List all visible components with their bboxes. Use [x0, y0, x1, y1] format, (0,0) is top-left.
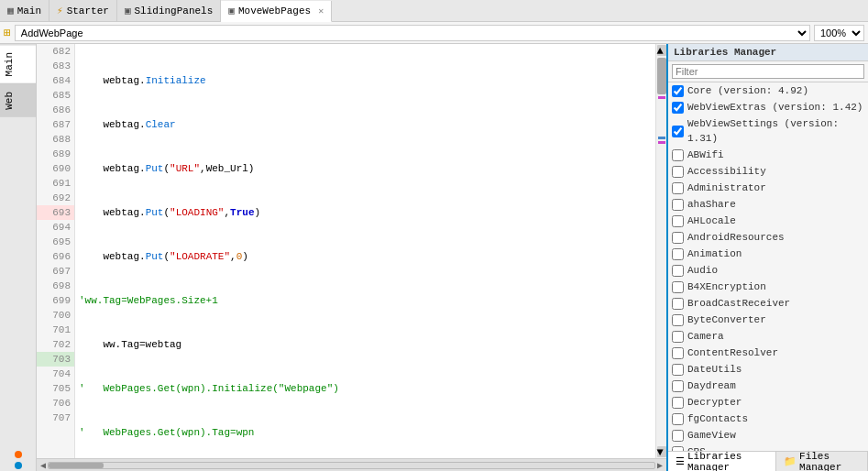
lib-checkbox-decrypter[interactable]	[672, 397, 684, 409]
libraries-panel: Libraries Manager Core (version: 4.92) W…	[666, 44, 868, 471]
lib-checkbox-webviewsettings[interactable]	[672, 126, 684, 137]
h-scroll-thumb[interactable]	[49, 463, 104, 468]
lib-label-ahashare: ahaShare	[687, 197, 736, 212]
lib-item-camera: Camera	[668, 328, 868, 345]
libraries-tab-icon: ☰	[676, 455, 685, 467]
libraries-panel-title: Libraries Manager	[668, 44, 868, 61]
lib-item-ahlocale: AHLocale	[668, 213, 868, 229]
lib-checkbox-broadcastreceiver[interactable]	[672, 298, 684, 310]
lib-checkbox-administrator[interactable]	[672, 182, 684, 194]
lib-item-androidresources: AndroidResources	[668, 229, 868, 246]
lib-label-gameview: GameView	[687, 428, 736, 443]
lib-checkbox-accessibility[interactable]	[672, 166, 684, 178]
lib-label-b4xencryption: B4XEncryption	[687, 279, 766, 294]
lib-label-webviewextras: WebViewExtras (version: 1.42)	[687, 100, 863, 115]
zoom-dropdown[interactable]: 100%	[814, 25, 864, 41]
lib-label-broadcastreceiver: BroadCastReceiver	[687, 296, 790, 311]
code-line-683: webtag.Clear	[79, 117, 652, 132]
lib-item-core: Core (version: 4.92)	[668, 82, 868, 99]
marker-3	[658, 141, 665, 144]
lib-label-webviewsettings: WebViewSettings (version: 1.31)	[687, 116, 864, 146]
slidingpanels-tab-icon: ▣	[125, 5, 131, 16]
lib-checkbox-contentresolver[interactable]	[672, 347, 684, 359]
close-tab-icon[interactable]: ✕	[318, 5, 324, 16]
lib-label-core: Core (version: 4.92)	[687, 83, 808, 98]
code-line-687: 'ww.Tag=WebPages.Size+1	[79, 293, 652, 308]
lib-item-administrator: Administrator	[668, 180, 868, 196]
scroll-left-arrow[interactable]: ◀	[40, 460, 46, 471]
lib-checkbox-ahlocale[interactable]	[672, 215, 684, 227]
lib-item-b4xencryption: B4XEncryption	[668, 279, 868, 295]
lib-label-ahlocale: AHLocale	[687, 214, 736, 228]
lib-label-byteconverter: ByteConverter	[687, 312, 766, 327]
lib-checkbox-gameview[interactable]	[672, 430, 684, 442]
code-line-688: ww.Tag=webtag	[79, 337, 652, 352]
main-tab-icon: ▦	[7, 5, 14, 16]
lib-checkbox-androidresources[interactable]	[672, 232, 684, 244]
path-icon: ⊞	[4, 26, 11, 40]
lib-item-contentresolver: ContentResolver	[668, 345, 868, 361]
lib-label-androidresources: AndroidResources	[687, 230, 785, 245]
files-tab-icon: 📁	[784, 455, 797, 467]
tab-slidingpanels[interactable]: ▣ SlidingPanels	[117, 0, 221, 21]
lib-label-decrypter: Decrypter	[687, 395, 742, 410]
marker-1	[658, 96, 665, 99]
lib-checkbox-b4xencryption[interactable]	[672, 281, 684, 293]
lib-checkbox-fgcontacts[interactable]	[672, 413, 684, 425]
lib-label-contentresolver: ContentResolver	[687, 345, 778, 360]
starter-tab-label: Starter	[67, 5, 109, 16]
lib-checkbox-animation[interactable]	[672, 248, 684, 260]
lib-checkbox-ahashare[interactable]	[672, 199, 684, 211]
panel-tabs: ☰ Libraries Manager 📁 Files Manager	[668, 451, 868, 471]
main-tab-label: Main	[17, 5, 41, 16]
lib-label-administrator: Administrator	[687, 181, 766, 195]
left-sidebar: Main Web	[0, 44, 37, 471]
tab-libraries-manager[interactable]: ☰ Libraries Manager	[668, 452, 776, 471]
h-scroll-track[interactable]	[48, 462, 655, 469]
code-line-682: webtag.Initialize	[79, 73, 652, 88]
lib-label-audio: Audio	[687, 263, 718, 278]
path-bar: ⊞ AddWebPage 100%	[0, 22, 868, 44]
lib-item-decrypter: Decrypter	[668, 394, 868, 411]
tab-files-manager[interactable]: 📁 Files Manager	[776, 452, 868, 471]
indicator-icon	[15, 451, 22, 458]
lib-label-dateutils: DateUtils	[687, 362, 742, 377]
lib-checkbox-byteconverter[interactable]	[672, 314, 684, 326]
vertical-scrollbar[interactable]: ▲ ▼	[655, 44, 666, 458]
movewebpages-tab-label: MoveWebPages	[238, 5, 311, 16]
lib-list: Core (version: 4.92) WebViewExtras (vers…	[668, 82, 868, 451]
files-tab-label: Files Manager	[799, 451, 860, 472]
lib-checkbox-audio[interactable]	[672, 265, 684, 277]
scroll-thumb[interactable]	[657, 58, 666, 94]
lib-checkbox-webviewextras[interactable]	[672, 102, 684, 114]
editor-area: 682683684685686 687688689690691 69269369…	[37, 44, 666, 471]
lib-checkbox-abwifi[interactable]	[672, 149, 684, 161]
scroll-down-arrow[interactable]: ▼	[657, 446, 666, 457]
lib-checkbox-daydream[interactable]	[672, 380, 684, 392]
lib-checkbox-dateutils[interactable]	[672, 364, 684, 376]
bottom-bar: ◀ ▶	[37, 458, 666, 471]
code-line-684: webtag.Put("URL",Web_Url)	[79, 161, 652, 176]
tab-main[interactable]: ▦ Main	[0, 0, 49, 21]
tab-starter[interactable]: ⚡ Starter	[49, 0, 117, 21]
tab-movewebpages[interactable]: ▣ MoveWebPages ✕	[221, 1, 332, 22]
libraries-tab-label: Libraries Manager	[687, 451, 768, 472]
code-content[interactable]: webtag.Initialize webtag.Clear webtag.Pu…	[75, 44, 655, 458]
lib-item-daydream: Daydream	[668, 378, 868, 394]
lib-item-webviewextras: WebViewExtras (version: 1.42)	[668, 99, 868, 115]
sidebar-tab-web[interactable]: Web	[0, 83, 36, 117]
lib-item-dateutils: DateUtils	[668, 361, 868, 378]
lib-item-animation: Animation	[668, 246, 868, 262]
lib-checkbox-camera[interactable]	[672, 331, 684, 343]
lib-item-audio: Audio	[668, 262, 868, 279]
lib-filter-area	[668, 61, 868, 82]
scroll-up-arrow[interactable]: ▲	[657, 45, 666, 56]
horizontal-scroll[interactable]: ◀ ▶	[40, 460, 663, 471]
code-line-685: webtag.Put("LOADING",True)	[79, 205, 652, 220]
code-container[interactable]: 682683684685686 687688689690691 69269369…	[37, 44, 666, 458]
lib-checkbox-core[interactable]	[672, 85, 684, 97]
lib-filter-input[interactable]	[672, 64, 864, 79]
path-dropdown[interactable]: AddWebPage	[15, 25, 810, 41]
sidebar-tab-main[interactable]: Main	[0, 44, 36, 83]
scroll-right-arrow[interactable]: ▶	[657, 460, 663, 471]
